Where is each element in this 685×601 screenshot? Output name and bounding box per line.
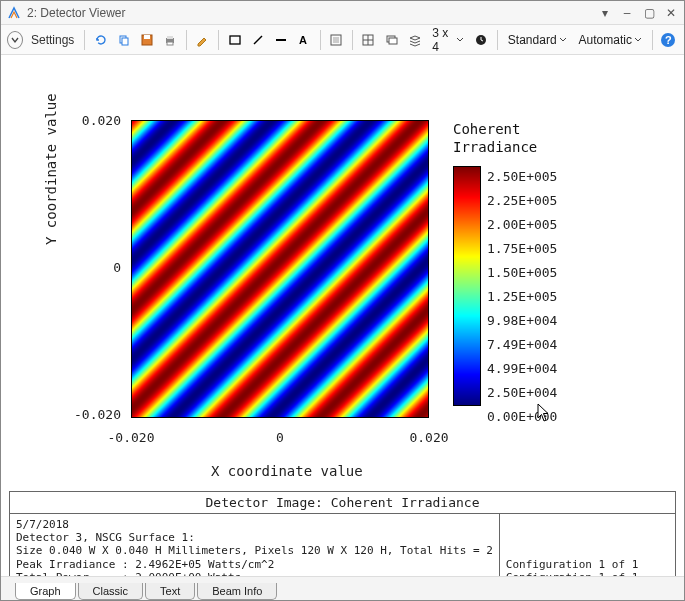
window-title: 2: Detector Viewer [27, 6, 598, 20]
colorbar-tick: 2.25E+005 [487, 194, 557, 207]
automatic-dropdown[interactable]: Automatic [575, 33, 646, 47]
tab-graph[interactable]: Graph [15, 583, 76, 600]
horizontal-line-icon[interactable] [271, 29, 290, 51]
grid-size-label: 3 x 4 [432, 26, 453, 54]
svg-rect-6 [167, 42, 173, 45]
diagonal-line-icon[interactable] [248, 29, 267, 51]
y-tick: 0 [113, 260, 121, 275]
toolbar-separator [352, 30, 353, 50]
colorbar-area: CoherentIrradiance 2.50E+0052.25E+0052.0… [453, 120, 537, 409]
info-panel-title: Detector Image: Coherent Irradiance [10, 492, 675, 514]
toolbar-separator [218, 30, 219, 50]
svg-rect-17 [389, 38, 397, 44]
minimize-button[interactable]: – [620, 6, 634, 20]
pencil-icon[interactable] [193, 29, 212, 51]
tab-text[interactable]: Text [145, 583, 195, 600]
config-line: Configuration 1 of 1 [506, 571, 669, 576]
colorbar-tick: 2.50E+004 [487, 386, 557, 399]
colorbar-tick: 1.50E+005 [487, 266, 557, 279]
heatmap-plot [131, 120, 429, 418]
window-controls: ▾ – ▢ ✕ [598, 6, 678, 20]
chart-area: Y coordinate value X coordinate value 0.… [21, 65, 661, 465]
maximize-button[interactable]: ▢ [642, 6, 656, 20]
bottom-tabs: GraphClassicTextBeam Info [1, 576, 684, 600]
colorbar-tick: 7.49E+004 [487, 338, 557, 351]
x-tick: 0.020 [409, 430, 448, 445]
toolbar-separator [652, 30, 653, 50]
info-panel-body: 5/7/2018 Detector 3, NSCG Surface 1: Siz… [10, 514, 675, 576]
colorbar-tick: 2.50E+005 [487, 170, 557, 183]
y-axis-label: Y coordinate value [43, 93, 59, 245]
grid-size-dropdown[interactable]: 3 x 4 [428, 26, 467, 54]
help-icon[interactable]: ? [659, 29, 678, 51]
info-panel-right: Configuration 1 of 1 Configuration 1 of … [499, 514, 675, 576]
y-tick: 0.020 [82, 113, 121, 128]
tab-beam-info[interactable]: Beam Info [197, 583, 277, 600]
svg-rect-1 [122, 38, 128, 45]
print-icon[interactable] [161, 29, 180, 51]
toolbar-separator [186, 30, 187, 50]
svg-rect-3 [144, 35, 150, 39]
titlebar: 2: Detector Viewer ▾ – ▢ ✕ [1, 1, 684, 25]
svg-rect-7 [230, 36, 240, 44]
colorbar-tick: 2.00E+005 [487, 218, 557, 231]
svg-rect-12 [333, 37, 339, 43]
clock-icon[interactable] [472, 29, 491, 51]
config-line: Configuration 1 of 1 [506, 558, 669, 571]
standard-dropdown[interactable]: Standard [504, 33, 571, 47]
content-area: Y coordinate value X coordinate value 0.… [1, 55, 684, 576]
y-tick: -0.020 [74, 407, 121, 422]
svg-text:A: A [299, 34, 307, 46]
rectangle-icon[interactable] [225, 29, 244, 51]
chevron-down-icon [456, 36, 464, 44]
dropdown-icon[interactable]: ▾ [598, 6, 612, 20]
layers-icon[interactable] [382, 29, 401, 51]
text-tool-icon[interactable]: A [295, 29, 314, 51]
app-window: 2: Detector Viewer ▾ – ▢ ✕ Settings A [0, 0, 685, 601]
close-button[interactable]: ✕ [664, 6, 678, 20]
x-axis-label: X coordinate value [211, 463, 363, 479]
info-panel: Detector Image: Coherent Irradiance 5/7/… [9, 491, 676, 576]
x-tick: -0.020 [108, 430, 155, 445]
refresh-icon[interactable] [91, 29, 110, 51]
mouse-cursor-icon [537, 403, 551, 423]
toolbar: Settings A 3 x 4 Standard Automatic [1, 25, 684, 55]
info-panel-left: 5/7/2018 Detector 3, NSCG Surface 1: Siz… [10, 514, 499, 576]
colorbar-tick: 9.98E+004 [487, 314, 557, 327]
app-icon [7, 6, 21, 20]
y-axis-ticks: 0.020 0 -0.020 [71, 112, 121, 422]
tab-classic[interactable]: Classic [78, 583, 143, 600]
colorbar [453, 166, 481, 406]
fit-window-icon[interactable] [327, 29, 346, 51]
colorbar-tick: 1.75E+005 [487, 242, 557, 255]
stack-icon[interactable] [405, 29, 424, 51]
chevron-down-icon [559, 36, 567, 44]
colorbar-tick: 4.99E+004 [487, 362, 557, 375]
expand-toggle[interactable] [7, 31, 23, 49]
x-tick: 0 [276, 430, 284, 445]
copy-icon[interactable] [114, 29, 133, 51]
svg-text:?: ? [665, 34, 672, 46]
colorbar-title: CoherentIrradiance [453, 120, 537, 156]
toolbar-separator [320, 30, 321, 50]
toolbar-separator [84, 30, 85, 50]
save-icon[interactable] [138, 29, 157, 51]
settings-button[interactable]: Settings [27, 33, 78, 47]
colorbar-tick: 1.25E+005 [487, 290, 557, 303]
svg-line-8 [254, 36, 262, 44]
crosshair-icon[interactable] [359, 29, 378, 51]
toolbar-separator [497, 30, 498, 50]
svg-rect-5 [167, 36, 173, 39]
chevron-down-icon [634, 36, 642, 44]
